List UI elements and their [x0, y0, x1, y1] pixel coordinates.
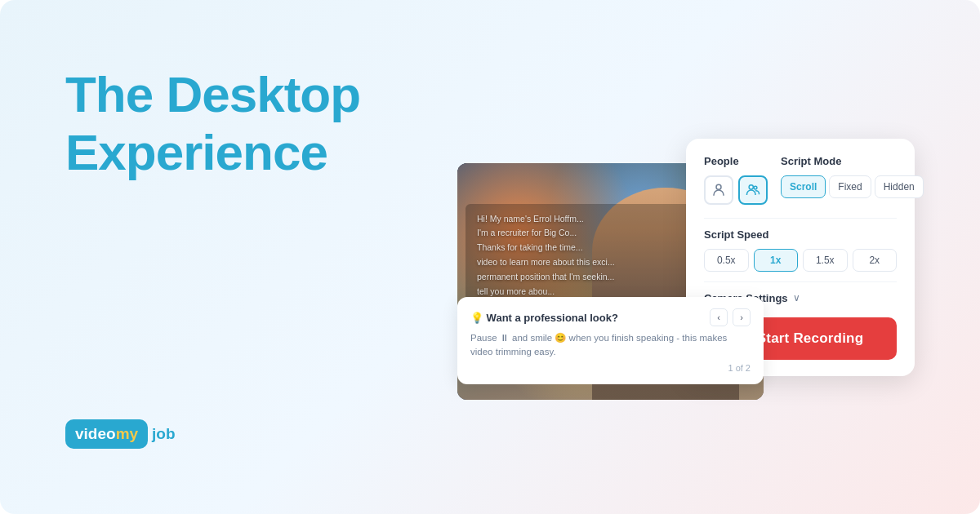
script-speed-section: Script Speed 0.5x 1x 1.5x 2x [704, 228, 897, 272]
logo-box: videomy [65, 419, 148, 449]
speed-1.5x[interactable]: 1.5x [803, 249, 848, 272]
divider-2 [704, 281, 897, 282]
speed-0.5x[interactable]: 0.5x [704, 249, 749, 272]
tip-title: 💡 Want a professional look? [470, 312, 618, 324]
page-wrapper: The Desktop Experience videomy job Hi! M… [0, 0, 980, 514]
tip-header: 💡 Want a professional look? ‹ › [470, 308, 751, 326]
people-col: People [704, 155, 768, 205]
headline-line1: The Desktop [65, 65, 457, 123]
speed-2x[interactable]: 2x [853, 249, 898, 272]
mode-scroll[interactable]: Scroll [781, 175, 826, 198]
logo-my: my [116, 425, 138, 443]
chevron-down-icon: ∨ [793, 292, 800, 304]
svg-point-0 [716, 184, 721, 189]
tip-nav-forward[interactable]: › [733, 308, 751, 326]
tip-nav: ‹ › [710, 308, 751, 326]
mode-group: Scroll Fixed Hidden [781, 175, 924, 198]
headline-line2: Experience [65, 123, 457, 181]
icon-group [704, 175, 768, 205]
record-btn-label: Start Recording [757, 330, 864, 347]
logo-video: video [75, 425, 116, 443]
speed-group: 0.5x 1x 1.5x 2x [704, 249, 897, 272]
svg-point-1 [749, 184, 753, 188]
divider-1 [704, 218, 897, 219]
panel-row-top: People [704, 155, 897, 205]
speed-1x[interactable]: 1x [754, 249, 799, 272]
mode-hidden[interactable]: Hidden [875, 175, 924, 198]
single-person-btn[interactable] [704, 175, 733, 205]
right-section: Hi! My name's Errol Hoffm... I'm a recru… [457, 139, 915, 376]
script-mode-col: Script Mode Scroll Fixed Hidden [781, 155, 924, 198]
headline: The Desktop Experience [65, 65, 457, 182]
mode-fixed[interactable]: Fixed [829, 175, 871, 198]
tip-pagination: 1 of 2 [470, 363, 751, 373]
tip-card: 💡 Want a professional look? ‹ › Pause ⏸ … [457, 297, 764, 384]
logo-job: job [152, 425, 176, 443]
tip-nav-back[interactable]: ‹ [710, 308, 728, 326]
logo: videomy job [65, 419, 457, 449]
people-label: People [704, 155, 768, 167]
tip-text: Pause ⏸ and smile 😊 when you finish spea… [470, 331, 751, 360]
script-mode-label: Script Mode [781, 155, 924, 167]
group-person-btn[interactable] [738, 175, 768, 205]
script-speed-label: Script Speed [704, 228, 897, 241]
svg-point-2 [754, 186, 757, 189]
left-section: The Desktop Experience videomy job [65, 49, 457, 465]
